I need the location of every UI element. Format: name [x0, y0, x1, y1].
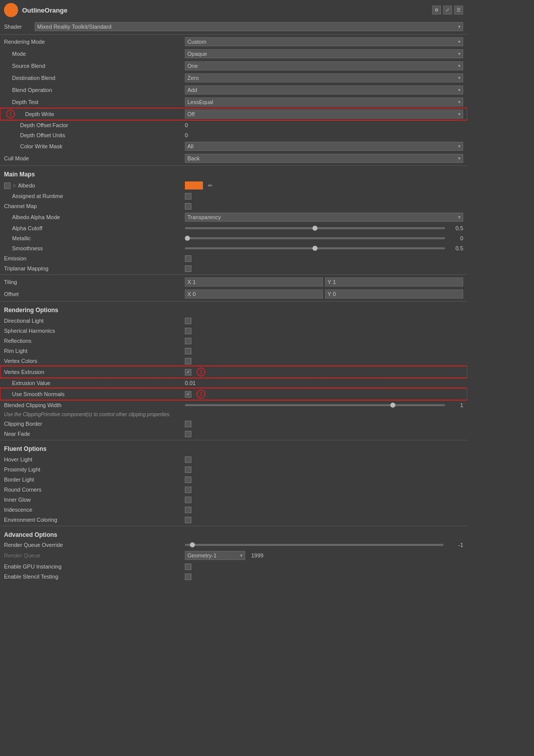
- depth-test-dropdown[interactable]: LessEqual ▾: [185, 98, 463, 107]
- vertex-extrusion-row: Vertex Extrusion ✓ 2: [0, 366, 467, 378]
- render-queue-override-value: -1: [446, 542, 463, 548]
- rim-light-label: Rim Light: [4, 348, 185, 354]
- destination-blend-dropdown[interactable]: Zero ▾: [185, 73, 463, 82]
- mode-row: Mode Opaque ▾: [0, 48, 467, 60]
- alpha-cutoff-value: 0.5: [448, 225, 463, 231]
- offset-row: Offset X 0 Y 0: [0, 288, 467, 300]
- chevron-down-icon: ▾: [458, 156, 461, 161]
- chevron-down-icon: ▾: [458, 63, 461, 68]
- rendering-mode-dropdown[interactable]: Custom ▾: [185, 37, 463, 46]
- gpu-instancing-checkbox[interactable]: [185, 563, 191, 570]
- border-light-checkbox[interactable]: [185, 477, 191, 483]
- slider-track: [185, 247, 445, 249]
- albedo-label-area: ○ Albedo: [4, 182, 185, 189]
- near-fade-checkbox[interactable]: [185, 431, 191, 437]
- emission-checkbox[interactable]: [185, 255, 191, 262]
- color-write-mask-dropdown[interactable]: All ▾: [185, 142, 463, 151]
- round-corners-checkbox[interactable]: [185, 487, 191, 493]
- use-smooth-normals-label: Use Smooth Normals: [4, 391, 185, 397]
- tiling-x-field[interactable]: X 1: [185, 277, 323, 287]
- clipping-border-checkbox[interactable]: [185, 421, 191, 427]
- tiling-fields: X 1 Y 1: [185, 277, 463, 287]
- stencil-testing-checkbox[interactable]: [185, 574, 191, 580]
- reflections-checkbox[interactable]: [185, 338, 191, 344]
- hover-light-checkbox[interactable]: [185, 456, 191, 463]
- slider-thumb: [390, 403, 395, 408]
- metallic-label: Metallic: [4, 235, 185, 241]
- blend-operation-row: Blend Operation Add ▾: [0, 84, 467, 96]
- channel-map-row: Channel Map: [0, 201, 467, 211]
- render-queue-slider[interactable]: [185, 544, 444, 546]
- render-queue-override-row: Render Queue Override -1: [0, 540, 467, 549]
- source-blend-label: Source Blend: [4, 63, 185, 69]
- smoothness-label: Smoothness: [4, 245, 185, 251]
- tiling-label: Tiling: [4, 279, 185, 285]
- render-queue-dropdown[interactable]: Geometry-1 ▾: [185, 551, 245, 560]
- shader-label: Shader: [4, 24, 32, 30]
- inner-glow-checkbox[interactable]: [185, 497, 191, 503]
- albedo-color-swatch[interactable]: [185, 181, 203, 190]
- assigned-runtime-row: Assigned at Runtime: [0, 191, 467, 201]
- metallic-row: Metallic 0: [0, 233, 467, 243]
- depth-test-row: Depth Test LessEqual ▾: [0, 96, 467, 108]
- blended-clipping-slider[interactable]: 1: [185, 402, 463, 408]
- color-write-mask-row: Color Write Mask All ▾: [0, 140, 467, 152]
- fluent-options-section: Fluent Options: [0, 441, 467, 454]
- blend-operation-dropdown[interactable]: Add ▾: [185, 85, 463, 94]
- edit-icon[interactable]: ✏: [208, 182, 212, 189]
- use-smooth-normals-checkbox[interactable]: ✓: [185, 391, 191, 398]
- offset-x-field[interactable]: X 0: [185, 290, 323, 299]
- border-light-label: Border Light: [4, 477, 185, 483]
- environment-coloring-checkbox[interactable]: [185, 517, 191, 523]
- spherical-harmonics-checkbox[interactable]: [185, 328, 191, 334]
- albedo-label: Albedo: [18, 182, 35, 188]
- proximity-light-label: Proximity Light: [4, 466, 185, 472]
- material-title: OutlineOrange: [22, 7, 428, 14]
- expand-icon[interactable]: ⤢: [443, 6, 452, 15]
- rendering-mode-value[interactable]: Custom ▾: [185, 37, 463, 46]
- shader-dropdown[interactable]: Mixed Reality Toolkit/Standard ▾: [35, 22, 463, 31]
- vertex-colors-label: Vertex Colors: [4, 358, 185, 364]
- albedo-circle-icon: ○: [13, 182, 16, 188]
- proximity-light-checkbox[interactable]: [185, 466, 191, 473]
- vertex-extrusion-checkbox[interactable]: ✓: [185, 369, 191, 375]
- advanced-options-section: Advanced Options: [0, 527, 467, 540]
- depth-write-dropdown[interactable]: Off ▾: [185, 110, 463, 119]
- rendering-mode-row: Rendering Mode Custom ▾: [0, 36, 467, 48]
- rim-light-checkbox[interactable]: [185, 348, 191, 354]
- mode-label: Mode: [4, 51, 185, 57]
- metallic-value: 0: [448, 235, 463, 241]
- offset-y-field[interactable]: Y 0: [325, 290, 463, 299]
- settings-icon[interactable]: ⚙: [432, 6, 441, 15]
- tiling-y-field[interactable]: Y 1: [325, 277, 463, 287]
- alpha-cutoff-slider[interactable]: 0.5: [185, 225, 463, 231]
- metallic-slider[interactable]: 0: [185, 235, 463, 241]
- vertex-colors-checkbox[interactable]: [185, 358, 191, 364]
- menu-icon[interactable]: ☰: [454, 6, 463, 15]
- albedo-alpha-mode-dropdown[interactable]: Transparency ▾: [185, 213, 463, 222]
- triplanar-mapping-checkbox[interactable]: [185, 265, 191, 272]
- hover-light-label: Hover Light: [4, 456, 185, 462]
- albedo-checkbox[interactable]: [4, 182, 11, 189]
- smoothness-slider[interactable]: 0.5: [185, 245, 463, 251]
- reflections-row: Reflections: [0, 336, 467, 346]
- cull-mode-dropdown[interactable]: Back ▾: [185, 154, 463, 163]
- depth-offset-units-value: 0: [185, 132, 463, 138]
- depth-test-label: Depth Test: [4, 99, 185, 105]
- assigned-runtime-checkbox[interactable]: [185, 193, 191, 200]
- directional-light-checkbox[interactable]: [185, 318, 191, 324]
- chevron-down-icon: ▾: [458, 112, 461, 117]
- reflections-label: Reflections: [4, 338, 185, 344]
- channel-map-checkbox[interactable]: [185, 203, 191, 210]
- main-maps-section: Main Maps: [0, 167, 467, 180]
- source-blend-dropdown[interactable]: One ▾: [185, 61, 463, 70]
- mode-dropdown[interactable]: Opaque ▾: [185, 49, 463, 58]
- annotation-1: 1: [6, 110, 15, 119]
- smoothness-row: Smoothness 0.5: [0, 243, 467, 253]
- iridescence-checkbox[interactable]: [185, 507, 191, 513]
- smoothness-value: 0.5: [448, 245, 463, 251]
- annotation-2: 2: [196, 367, 205, 376]
- rendering-options-section: Rendering Options: [0, 303, 467, 316]
- iridescence-row: Iridescence: [0, 505, 467, 515]
- offset-label: Offset: [4, 291, 185, 297]
